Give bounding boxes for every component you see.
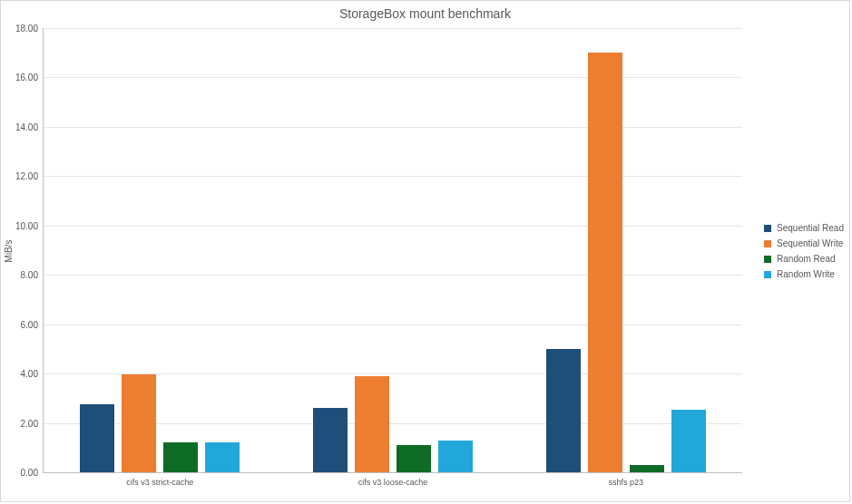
y-tick-label: 16.00: [15, 73, 38, 82]
legend-label: Random Write: [777, 269, 835, 279]
category-group: cifs v3 loose-cache: [277, 28, 510, 472]
y-tick-label: 14.00: [15, 121, 38, 131]
y-axis-label: MiB/s: [4, 240, 14, 263]
plot-area: 0.002.004.006.008.0010.0012.0014.0016.00…: [43, 28, 742, 473]
legend-label: Sequential Write: [777, 238, 843, 248]
y-tick-label: 10.00: [15, 220, 38, 230]
y-tick-label: 0.00: [21, 468, 38, 478]
y-tick-label: 18.00: [15, 24, 38, 34]
legend-item: Sequential Write: [764, 238, 844, 248]
category-group: sshfs p23: [509, 28, 742, 472]
legend: Sequential ReadSequential WriteRandom Re…: [764, 218, 844, 285]
legend-item: Random Read: [764, 254, 844, 264]
bar: [163, 442, 198, 472]
legend-swatch: [764, 256, 771, 263]
bar: [588, 53, 622, 472]
legend-swatch: [764, 271, 771, 278]
category-label: cifs v3 loose-cache: [277, 478, 510, 487]
bar: [397, 445, 431, 472]
y-tick-label: 4.00: [21, 369, 38, 379]
bar: [546, 349, 581, 472]
bar: [122, 374, 156, 472]
category-group: cifs v3 strict-cache: [44, 28, 277, 472]
bar: [80, 404, 114, 472]
legend-item: Sequential Read: [764, 223, 844, 233]
y-tick-label: 2.00: [21, 418, 38, 428]
bar: [438, 441, 473, 472]
legend-label: Sequential Read: [777, 223, 844, 233]
y-tick-label: 12.00: [15, 171, 38, 181]
category-label: cifs v3 strict-cache: [44, 478, 277, 487]
category-label: sshfs p23: [509, 478, 742, 487]
legend-item: Random Write: [764, 269, 844, 279]
legend-swatch: [764, 225, 771, 232]
legend-swatch: [764, 240, 771, 247]
bar: [205, 442, 240, 472]
bar: [313, 408, 348, 472]
y-tick-label: 6.00: [21, 319, 38, 329]
bar: [630, 465, 664, 472]
chart-frame: StorageBox mount benchmark MiB/s 0.002.0…: [0, 0, 850, 502]
bar: [671, 410, 706, 472]
chart-title: StorageBox mount benchmark: [1, 6, 849, 21]
legend-label: Random Read: [777, 254, 835, 264]
bar: [355, 376, 389, 472]
y-tick-label: 8.00: [21, 270, 38, 280]
